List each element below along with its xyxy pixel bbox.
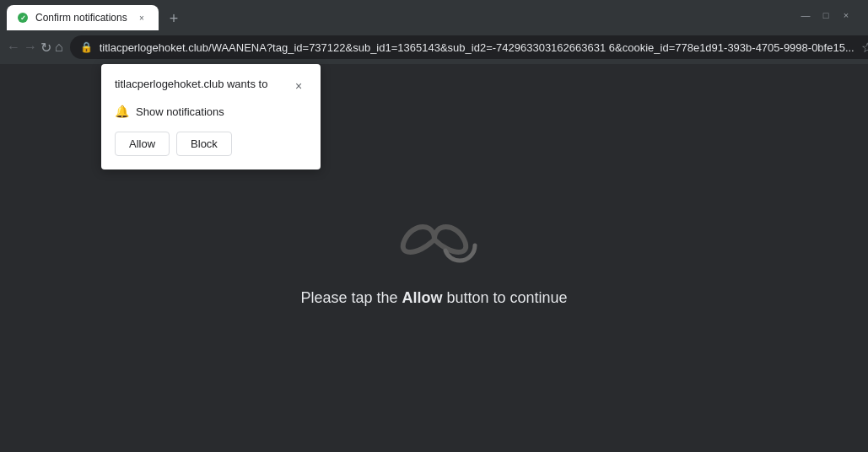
tab-area: Confirm notifications × + xyxy=(7,0,790,30)
url-text: titlacperlogehoket.club/WAANENA?tag_id=7… xyxy=(100,41,855,54)
popup-close-button[interactable]: × xyxy=(290,78,307,94)
message-bold: Allow xyxy=(402,289,442,306)
tab-favicon xyxy=(17,12,29,24)
popup-title: titlacperlogehoket.club wants to xyxy=(115,78,267,90)
maximize-button[interactable]: □ xyxy=(821,10,831,20)
new-tab-button[interactable]: + xyxy=(162,7,186,30)
page-content: titlacperlogehoket.club wants to × 🔔 Sho… xyxy=(0,64,868,452)
tab-title: Confirm notifications xyxy=(35,12,128,24)
block-button[interactable]: Block xyxy=(176,132,232,156)
nav-bar: ← → ↻ ⌂ 🔒 titlacperlogehoket.club/WAANEN… xyxy=(0,30,868,64)
infinity-svg xyxy=(375,210,493,269)
back-button[interactable]: ← xyxy=(7,35,20,59)
minimize-button[interactable]: — xyxy=(801,10,811,20)
close-window-button[interactable]: × xyxy=(841,10,851,20)
home-button[interactable]: ⌂ xyxy=(55,35,63,59)
infinity-symbol xyxy=(375,210,493,269)
favicon-checkmark-icon xyxy=(18,13,28,23)
bell-icon: 🔔 xyxy=(115,105,129,118)
tab-close-button[interactable]: × xyxy=(135,11,148,24)
active-tab[interactable]: Confirm notifications × xyxy=(7,5,159,30)
popup-actions: Allow Block xyxy=(115,132,307,156)
allow-button[interactable]: Allow xyxy=(115,132,170,156)
message-suffix: button to continue xyxy=(442,289,567,306)
window-controls: — □ × xyxy=(790,10,861,20)
message-prefix: Please tap the xyxy=(300,289,402,306)
page-message: Please tap the Allow button to continue xyxy=(300,289,567,307)
lock-icon: 🔒 xyxy=(80,41,93,53)
infinity-container: Please tap the Allow button to continue xyxy=(300,210,567,307)
popup-notification-row: 🔔 Show notifications xyxy=(115,105,307,118)
forward-button[interactable]: → xyxy=(24,35,37,59)
title-bar: Confirm notifications × + — □ × xyxy=(0,0,868,30)
notification-label: Show notifications xyxy=(136,105,224,118)
reload-button[interactable]: ↻ xyxy=(40,35,51,59)
notification-popup: titlacperlogehoket.club wants to × 🔔 Sho… xyxy=(101,64,321,170)
browser-window: Confirm notifications × + — □ × ← → ↻ ⌂ … xyxy=(0,0,868,452)
bookmark-icon[interactable]: ☆ xyxy=(861,40,868,56)
address-bar[interactable]: 🔒 titlacperlogehoket.club/WAANENA?tag_id… xyxy=(70,35,868,59)
popup-header: titlacperlogehoket.club wants to × xyxy=(115,78,307,94)
